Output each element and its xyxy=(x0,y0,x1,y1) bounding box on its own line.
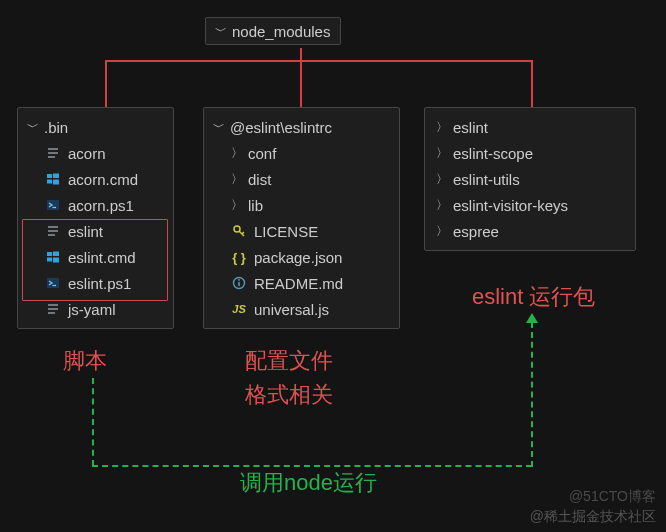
arrow-segment xyxy=(92,378,94,466)
eslint-highlight xyxy=(22,219,168,301)
folder-eslintrc[interactable]: ﹀ @eslint\eslintrc xyxy=(204,114,399,140)
arrow-segment xyxy=(531,322,533,467)
json-icon: { } xyxy=(230,248,248,266)
watermark2: @51CTO博客 xyxy=(569,488,656,506)
file-label: eslint xyxy=(453,119,488,136)
file-label: package.json xyxy=(254,249,342,266)
root-label: node_modules xyxy=(232,23,330,40)
arrow-head-icon xyxy=(526,313,538,323)
eslintrc-box: ﹀ @eslint\eslintrc 〉 conf 〉 dist 〉 lib L… xyxy=(203,107,400,329)
file-label: LICENSE xyxy=(254,223,318,240)
chevron-right-icon: 〉 xyxy=(435,223,449,240)
file-universal-js[interactable]: JS universal.js xyxy=(204,296,399,322)
chevron-down-icon: ﹀ xyxy=(214,23,228,40)
chevron-right-icon: 〉 xyxy=(435,119,449,136)
svg-rect-6 xyxy=(53,180,59,185)
file-lines-icon xyxy=(44,144,62,162)
eslintrc-label: @eslint\eslintrc xyxy=(230,119,332,136)
caption-invoke: 调用node运行 xyxy=(240,468,377,498)
file-lines-icon xyxy=(44,300,62,318)
chevron-right-icon: 〉 xyxy=(230,171,244,188)
chevron-right-icon: 〉 xyxy=(230,197,244,214)
file-label: js-yaml xyxy=(68,301,116,318)
file-package-json[interactable]: { } package.json xyxy=(204,244,399,270)
caption-config1: 配置文件 xyxy=(245,346,333,376)
file-label: eslint-visitor-keys xyxy=(453,197,568,214)
folder-eslint-scope[interactable]: 〉 eslint-scope xyxy=(425,140,635,166)
bin-label: .bin xyxy=(44,119,68,136)
js-icon: JS xyxy=(230,300,248,318)
svg-rect-3 xyxy=(47,174,52,178)
svg-point-26 xyxy=(238,279,240,281)
file-label: universal.js xyxy=(254,301,329,318)
folder-eslint-visitor-keys[interactable]: 〉 eslint-visitor-keys xyxy=(425,192,635,218)
file-readme[interactable]: README.md xyxy=(204,270,399,296)
chevron-down-icon: ﹀ xyxy=(26,119,40,136)
chevron-right-icon: 〉 xyxy=(230,145,244,162)
file-acorn-ps1[interactable]: acorn.ps1 xyxy=(18,192,173,218)
caption-script: 脚本 xyxy=(63,346,107,376)
key-icon xyxy=(230,222,248,240)
file-label: lib xyxy=(248,197,263,214)
file-label: espree xyxy=(453,223,499,240)
file-label: dist xyxy=(248,171,271,188)
arrow-segment xyxy=(92,465,532,467)
svg-rect-5 xyxy=(47,180,52,184)
file-label: eslint-scope xyxy=(453,145,533,162)
file-license[interactable]: LICENSE xyxy=(204,218,399,244)
file-label: eslint-utils xyxy=(453,171,520,188)
folder-eslint[interactable]: 〉 eslint xyxy=(425,114,635,140)
chevron-right-icon: 〉 xyxy=(435,171,449,188)
caption-config2: 格式相关 xyxy=(245,380,333,410)
root-box: ﹀ node_modules xyxy=(205,17,341,45)
watermark-text2: @51CTO博客 xyxy=(569,488,656,504)
file-label: conf xyxy=(248,145,276,162)
folder-lib[interactable]: 〉 lib xyxy=(204,192,399,218)
info-icon xyxy=(230,274,248,292)
file-label: acorn.ps1 xyxy=(68,197,134,214)
chevron-down-icon: ﹀ xyxy=(212,119,226,136)
svg-line-23 xyxy=(242,232,244,234)
chevron-right-icon: 〉 xyxy=(435,197,449,214)
folder-espree[interactable]: 〉 espree xyxy=(425,218,635,244)
folder-eslint-utils[interactable]: 〉 eslint-utils xyxy=(425,166,635,192)
windows-icon xyxy=(44,170,62,188)
file-label: acorn xyxy=(68,145,106,162)
powershell-icon xyxy=(44,196,62,214)
folder-conf[interactable]: 〉 conf xyxy=(204,140,399,166)
chevron-right-icon: 〉 xyxy=(435,145,449,162)
watermark: @稀土掘金技术社区 xyxy=(530,508,656,526)
folder-bin[interactable]: ﹀ .bin xyxy=(18,114,173,140)
pkg-box: 〉 eslint 〉 eslint-scope 〉 eslint-utils 〉… xyxy=(424,107,636,251)
file-label: README.md xyxy=(254,275,343,292)
folder-dist[interactable]: 〉 dist xyxy=(204,166,399,192)
svg-rect-4 xyxy=(53,174,59,179)
file-label: acorn.cmd xyxy=(68,171,138,188)
watermark-text: @稀土掘金技术社区 xyxy=(530,508,656,524)
file-acorn-cmd[interactable]: acorn.cmd xyxy=(18,166,173,192)
folder-node-modules[interactable]: ﹀ node_modules xyxy=(206,18,340,44)
file-acorn[interactable]: acorn xyxy=(18,140,173,166)
caption-runpkg: eslint 运行包 xyxy=(472,282,595,312)
